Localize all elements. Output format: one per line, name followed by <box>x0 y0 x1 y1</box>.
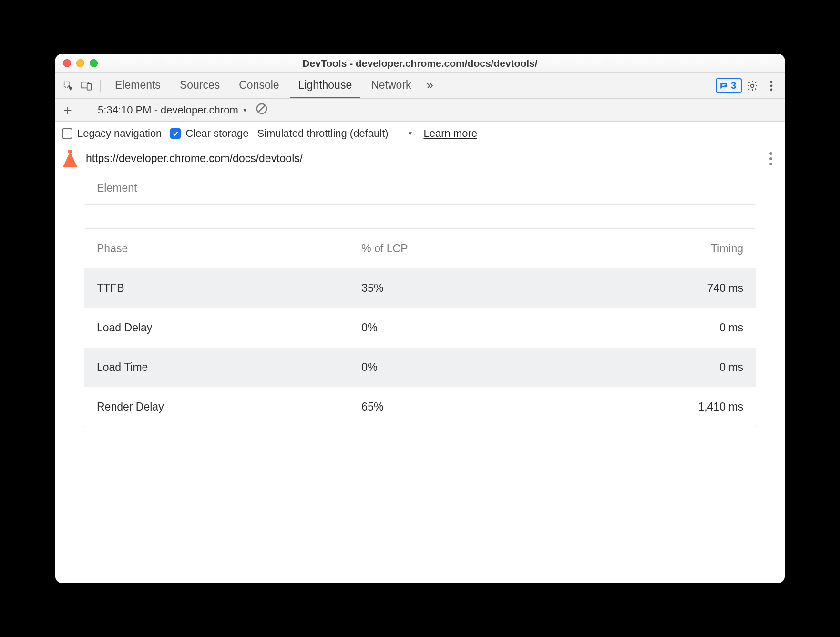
cell-phase: Load Delay <box>84 308 349 348</box>
tab-elements[interactable]: Elements <box>106 73 169 98</box>
window-controls <box>63 59 98 67</box>
issues-badge[interactable]: 3 <box>716 78 742 93</box>
throttling-selector[interactable]: Simulated throttling (default) ▼ <box>257 127 413 140</box>
col-phase: Phase <box>84 229 349 268</box>
report-label: 5:34:10 PM - developer.chrom <box>98 104 238 116</box>
legacy-navigation-option[interactable]: Legacy navigation <box>62 127 162 140</box>
gear-icon <box>747 80 758 92</box>
svg-rect-2 <box>87 83 92 90</box>
tab-lighthouse[interactable]: Lighthouse <box>290 73 361 98</box>
devtools-window: DevTools - developer.chrome.com/docs/dev… <box>55 54 785 583</box>
cell-pct: 0% <box>349 348 554 387</box>
report-menu-button[interactable] <box>765 152 777 165</box>
cell-timing: 0 ms <box>554 308 756 348</box>
issues-count: 3 <box>731 80 736 91</box>
report-url: https://developer.chrome.com/docs/devtoo… <box>86 152 303 165</box>
minimize-window-button[interactable] <box>76 59 84 67</box>
settings-button[interactable] <box>744 80 761 92</box>
separator <box>100 80 101 92</box>
svg-point-6 <box>770 88 773 91</box>
devtools-tabstrip: Elements Sources Console Lighthouse Netw… <box>55 73 785 99</box>
chevron-down-icon: ▼ <box>242 107 248 113</box>
cell-phase: Load Time <box>84 348 349 387</box>
window-title: DevTools - developer.chrome.com/docs/dev… <box>55 58 785 69</box>
cell-pct: 0% <box>349 308 554 348</box>
lighthouse-options-bar: Legacy navigation Clear storage Simulate… <box>55 122 785 145</box>
legacy-navigation-label: Legacy navigation <box>77 127 162 140</box>
svg-point-3 <box>751 84 754 87</box>
lighthouse-icon <box>63 151 77 167</box>
clear-storage-label: Clear storage <box>185 127 248 140</box>
lcp-phase-table: Phase % of LCP Timing TTFB 35% 740 ms Lo… <box>84 228 756 427</box>
lcp-element-card: Element <box>84 172 756 205</box>
learn-more-link[interactable]: Learn more <box>423 127 477 140</box>
report-url-bar: https://developer.chrome.com/docs/devtoo… <box>55 145 785 172</box>
cell-pct: 65% <box>349 387 554 427</box>
report-content: Element Phase % of LCP Timing TTFB 35% 7… <box>55 172 785 583</box>
chevron-down-icon: ▼ <box>408 130 413 137</box>
table-row: Render Delay 65% 1,410 ms <box>84 387 756 427</box>
cell-timing: 0 ms <box>554 348 756 387</box>
col-timing: Timing <box>554 229 756 268</box>
svg-point-4 <box>770 81 773 83</box>
separator <box>86 104 86 116</box>
report-selector[interactable]: 5:34:10 PM - developer.chrom ▼ <box>98 104 248 116</box>
kebab-icon <box>770 81 773 91</box>
titlebar: DevTools - developer.chrome.com/docs/dev… <box>55 54 785 73</box>
tab-network[interactable]: Network <box>362 73 420 98</box>
clear-storage-checkbox[interactable] <box>170 128 181 139</box>
clear-icon <box>256 103 268 115</box>
message-icon <box>719 82 728 90</box>
lighthouse-toolbar: ＋ 5:34:10 PM - developer.chrom ▼ <box>55 99 785 122</box>
inspect-element-icon[interactable] <box>60 78 76 94</box>
tab-console[interactable]: Console <box>230 73 287 98</box>
cell-pct: 35% <box>349 268 554 308</box>
cell-phase: Render Delay <box>84 387 349 427</box>
clear-storage-option[interactable]: Clear storage <box>170 127 248 140</box>
legacy-navigation-checkbox[interactable] <box>62 128 72 139</box>
tab-sources[interactable]: Sources <box>171 73 228 98</box>
close-window-button[interactable] <box>63 59 71 67</box>
table-row: Load Delay 0% 0 ms <box>84 308 756 348</box>
table-row: Load Time 0% 0 ms <box>84 348 756 387</box>
table-row: TTFB 35% 740 ms <box>84 268 756 308</box>
cell-phase: TTFB <box>84 268 349 308</box>
zoom-window-button[interactable] <box>90 59 98 67</box>
cell-timing: 1,410 ms <box>554 387 756 427</box>
col-pct: % of LCP <box>349 229 554 268</box>
svg-point-5 <box>770 84 773 87</box>
throttling-label: Simulated throttling (default) <box>257 127 388 140</box>
new-report-button[interactable]: ＋ <box>61 101 74 119</box>
device-toolbar-icon[interactable] <box>78 78 94 94</box>
lcp-element-header: Element <box>84 172 756 204</box>
more-menu-button[interactable] <box>763 81 780 91</box>
tabs-overflow-button[interactable]: » <box>422 73 438 98</box>
clear-report-button[interactable] <box>256 103 268 118</box>
cell-timing: 740 ms <box>554 268 756 308</box>
svg-line-8 <box>258 105 265 112</box>
table-header-row: Phase % of LCP Timing <box>84 229 756 268</box>
